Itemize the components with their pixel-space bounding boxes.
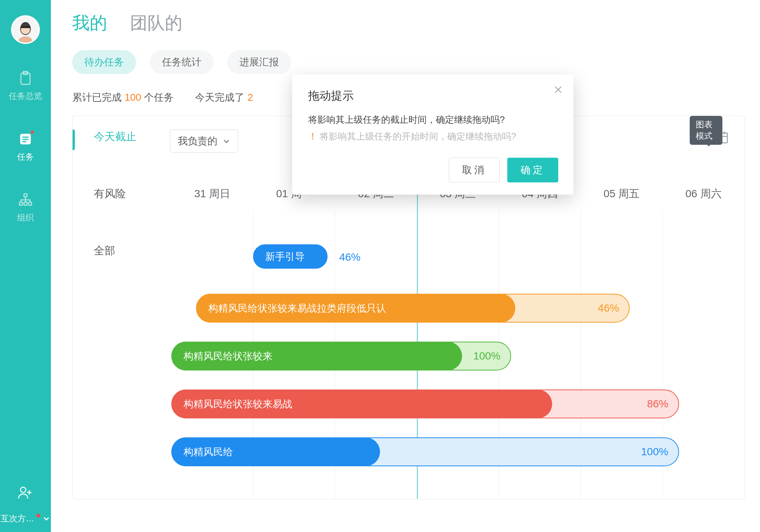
svg-rect-9 <box>24 202 27 205</box>
day-header: 31 周日 <box>171 177 253 211</box>
invite-icon[interactable] <box>18 485 33 502</box>
list-icon <box>17 131 34 147</box>
owner-select[interactable]: 我负责的 <box>170 130 238 153</box>
gantt-row: 构精风民给状张较来100% <box>171 342 744 370</box>
sub-tabs: 待办任务 任务统计 进展汇报 <box>72 50 745 74</box>
owner-select-label: 我负责的 <box>178 135 217 148</box>
nav-label: 任务总览 <box>9 90 42 102</box>
main-tabs: 我的 团队的 <box>72 11 745 35</box>
day-header: 06 周六 <box>663 177 744 211</box>
main-tab-team[interactable]: 团队的 <box>130 11 182 35</box>
drag-confirm-modal: 拖动提示 将影响其上级任务的截止时间，确定继续拖动吗? ！将影响其上级任务的开始… <box>292 74 573 195</box>
sub-tab-report[interactable]: 进展汇报 <box>227 50 291 74</box>
notification-dot <box>36 514 40 518</box>
main-tab-mine[interactable]: 我的 <box>72 11 107 35</box>
timeline-body: 新手引导46%构精风民给状张较来易战拉类府段低只认46%构精风民给状张较来100… <box>171 211 744 499</box>
gantt-bar-pct: 46% <box>598 294 619 323</box>
notification-dot <box>30 130 35 135</box>
modal-body-2: ！将影响其上级任务的开始时间，确定继续拖动吗? <box>308 130 558 142</box>
day-header: 05 周五 <box>581 177 662 211</box>
org-icon <box>17 192 34 208</box>
filter-tabs: 今天截止 有风险 全部 <box>94 130 136 260</box>
tooltip-chart-mode: 图表模式 <box>690 116 722 145</box>
gantt-bar-onboarding[interactable]: 新手引导 <box>253 244 328 269</box>
gantt-bar-fill: 构精风民给 <box>171 437 380 466</box>
modal-actions: 取消 确定 <box>308 158 558 182</box>
org-switcher-label: 互次方… <box>1 513 34 524</box>
filter-all[interactable]: 全部 <box>94 244 136 260</box>
chevron-down-icon <box>43 515 50 522</box>
nav-tasks[interactable]: 任务 <box>0 128 51 166</box>
summary-count-today: 2 <box>247 92 253 103</box>
gantt-row: 构精风民给状张较来易战拉类府段低只认46% <box>171 294 744 323</box>
modal-body-1: 将影响其上级任务的截止时间，确定继续拖动吗? <box>308 114 558 126</box>
gantt-bar-pct: 46% <box>339 251 361 263</box>
org-switcher[interactable]: 互次方… <box>0 513 51 524</box>
close-icon[interactable] <box>554 85 563 96</box>
svg-point-11 <box>21 487 26 492</box>
view-toggle: 图表模式 <box>690 130 729 145</box>
gantt-bar-fill: 构精风民给状张较来易战 <box>171 390 552 418</box>
gantt-bar-pct: 86% <box>647 390 668 418</box>
gantt-bar-fill: 构精风民给状张较来 <box>171 342 462 370</box>
warn-icon: ！ <box>308 131 317 141</box>
summary-count-total: 100 <box>125 92 141 103</box>
main: 我的 团队的 待办任务 任务统计 进展汇报 累计已完成 100 个任务 今天完成… <box>51 0 760 532</box>
svg-rect-10 <box>28 202 32 205</box>
filter-at-risk[interactable]: 有风险 <box>94 187 136 203</box>
gantt-bar-pct: 100% <box>641 437 668 466</box>
modal-body-2-text: 将影响其上级任务的开始时间，确定继续拖动吗? <box>320 131 516 141</box>
timeline: 31 周日 01 周一 02 周二 03 周三 04 周四 05 周五 06 周… <box>171 177 744 499</box>
summary-text: 今天完成了 <box>195 91 244 104</box>
summary-text: 个任务 <box>144 91 174 104</box>
modal-title: 拖动提示 <box>308 88 558 104</box>
svg-rect-7 <box>24 194 27 197</box>
sub-tab-todo[interactable]: 待办任务 <box>72 50 136 74</box>
gantt-bar-fill: 构精风民给状张较来易战拉类府段低只认 <box>196 294 515 323</box>
gantt-bars: 新手引导46%构精风民给状张较来易战拉类府段低只认46%构精风民给状张较来100… <box>171 211 744 499</box>
confirm-button[interactable]: 确定 <box>507 158 558 182</box>
avatar[interactable] <box>11 15 40 44</box>
clipboard-icon <box>17 70 34 87</box>
nav-task-overview[interactable]: 任务总览 <box>0 67 51 105</box>
sub-tab-stats[interactable]: 任务统计 <box>150 50 214 74</box>
gantt-row: 新手引导46% <box>171 244 744 273</box>
svg-rect-8 <box>19 202 22 205</box>
gantt-bar-pct: 100% <box>473 342 500 370</box>
chevron-down-icon <box>223 138 230 145</box>
nav-label: 任务 <box>17 151 34 163</box>
nav-label: 组织 <box>17 212 34 223</box>
gantt-row: 构精风民给状张较来易战86% <box>171 390 744 418</box>
nav-org[interactable]: 组织 <box>0 188 51 226</box>
cancel-button[interactable]: 取消 <box>449 158 500 182</box>
gantt-row: 构精风民给100% <box>171 437 744 466</box>
sidebar: 任务总览 任务 组织 互次方… <box>0 0 51 532</box>
filter-due-today[interactable]: 今天截止 <box>94 130 136 146</box>
summary-text: 累计已完成 <box>72 91 122 104</box>
